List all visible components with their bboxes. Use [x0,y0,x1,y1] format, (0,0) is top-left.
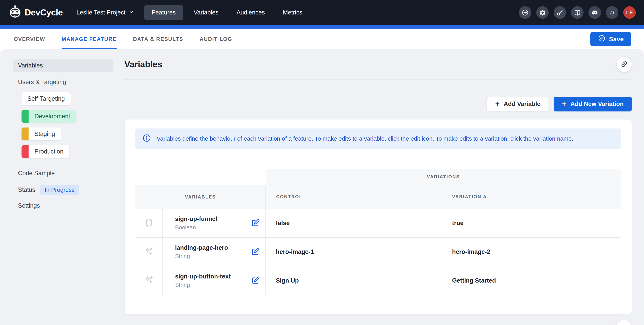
feature-tab-bar: OVERVIEW MANAGE FEATURE DATA & RESULTS A… [0,29,644,49]
sidebar-item-users-targeting[interactable]: Users & Targeting [18,79,121,86]
info-banner-text: Variables define the behaviour of each v… [157,135,574,142]
add-variable-label: Add Variable [504,100,540,108]
add-new-variation-label: Add New Variation [570,100,624,108]
add-circle-icon[interactable] [519,6,531,19]
variable-name: sign-up-button-text [175,273,231,280]
next-section-partial [124,320,632,325]
variation-a-value: hero-image-2 [408,238,621,266]
add-variable-button[interactable]: + Add Variable [486,97,549,111]
project-selector[interactable]: Leslie Test Project [76,9,134,16]
discord-icon[interactable] [588,6,601,19]
braces-icon [144,217,154,229]
notifications-bell-icon[interactable] [606,6,618,19]
info-icon [142,134,151,144]
edit-variable-button[interactable] [251,218,260,228]
top-nav: DevCycle Leslie Test Project Features Va… [0,0,644,25]
control-value: hero-image-1 [266,238,408,266]
add-new-variation-button[interactable]: + Add New Variation [554,97,632,111]
section-header: Variables [124,49,632,80]
variable-type: Boolean [175,224,196,231]
feature-sidebar: Variables Users & Targeting Self-Targeti… [0,49,121,325]
check-circle-icon [598,34,606,44]
brand-name: DevCycle [25,7,63,17]
content-panel: Variables Users & Targeting Self-Targeti… [0,49,644,325]
link-icon [620,60,628,69]
sidebar-item-variables[interactable]: Variables [13,59,114,72]
save-button[interactable]: Save [590,32,631,46]
settings-gear-icon[interactable] [536,6,549,19]
nav-item-features[interactable]: Features [144,5,183,20]
sidebar-item-self-targeting[interactable]: Self-Targeting [22,92,70,105]
tab-overview[interactable]: OVERVIEW [14,29,45,49]
variable-name-cell: landing-page-hero String [162,238,266,266]
plus-icon: + [495,100,500,108]
variables-table: VARIATIONS VARIABLES CONTROL VARIATION A… [135,169,621,295]
tab-audit-log[interactable]: AUDIT LOG [200,29,232,49]
section-link-button[interactable] [616,57,632,72]
save-button-label: Save [609,35,624,43]
env-color-bar-development [22,110,28,123]
table-actions: + Add Variable + Add New Variation [124,97,632,111]
edit-variable-button[interactable] [251,247,260,257]
env-label: Development [28,110,76,123]
nav-item-metrics[interactable]: Metrics [276,5,310,20]
variable-name: sign-up-funnel [175,216,217,223]
control-value: Sign Up [266,266,408,295]
variable-name-cell: sign-up-button-text String [162,266,266,295]
page-title: Variables [124,59,162,69]
variation-name-variation-a[interactable]: VARIATION A [408,185,621,209]
status-badge: In Progress [40,185,79,195]
docs-book-icon[interactable] [571,6,584,19]
top-nav-actions: LE [519,6,636,19]
sidebar-item-env-staging[interactable]: Staging [22,127,61,140]
variation-a-value: true [408,209,621,238]
variable-type-cell [135,209,162,238]
sidebar-item-status: Status In Progress [18,185,121,195]
variables-header: VARIABLES [135,185,266,209]
info-banner: Variables define the behaviour of each v… [135,128,621,149]
sidebar-item-env-production[interactable]: Production [22,145,69,158]
primary-nav: Features Variables Audiences Metrics [144,5,310,20]
link-icon [620,324,628,325]
status-label[interactable]: Status [18,186,35,193]
variable-type: String [175,282,190,288]
variations-header: VARIATIONS [266,169,621,185]
control-value: false [266,209,408,238]
env-color-bar-production [22,145,28,158]
variation-name-control[interactable]: CONTROL [266,185,408,209]
content-area: Variables Users & Targeting Self-Targeti… [0,49,644,325]
sidebar-item-code-sample[interactable]: Code Sample [18,170,121,177]
variable-name-cell: sign-up-funnel Boolean [162,209,266,238]
sparkles-icon [144,246,154,258]
env-color-bar-staging [22,127,28,140]
env-label: Production [28,145,69,158]
variables-card: Variables define the behaviour of each v… [124,119,632,314]
variable-type-cell [135,238,162,266]
targeting-environments: Self-Targeting Development Staging Produ… [22,92,121,163]
tab-data-results[interactable]: DATA & RESULTS [133,29,183,49]
sidebar-item-env-development[interactable]: Development [22,110,76,123]
variables-section: Variables + Add Variable + Add New Varia… [121,49,644,325]
devcycle-logo[interactable]: DevCycle [8,5,63,20]
variable-name: landing-page-hero [175,244,228,251]
variable-type-cell [135,266,162,295]
project-name: Leslie Test Project [76,9,126,16]
sidebar-item-settings[interactable]: Settings [18,202,121,209]
accent-bar [0,25,644,29]
sparkles-icon [144,275,154,286]
user-avatar[interactable]: LE [623,6,636,19]
devcycle-robot-icon [8,5,22,20]
edit-variable-button[interactable] [251,276,260,286]
table-header-spacer [135,169,266,185]
chevron-down-icon [129,9,134,16]
tab-manage-feature[interactable]: MANAGE FEATURE [62,29,116,49]
plus-icon: + [562,100,566,108]
section-link-button[interactable] [616,320,632,325]
variation-a-value: Getting Started [408,266,621,295]
api-key-icon[interactable] [554,6,566,19]
variable-type: String [175,253,190,260]
nav-item-variables[interactable]: Variables [186,5,226,20]
env-label: Staging [28,127,61,140]
nav-item-audiences[interactable]: Audiences [229,5,272,20]
